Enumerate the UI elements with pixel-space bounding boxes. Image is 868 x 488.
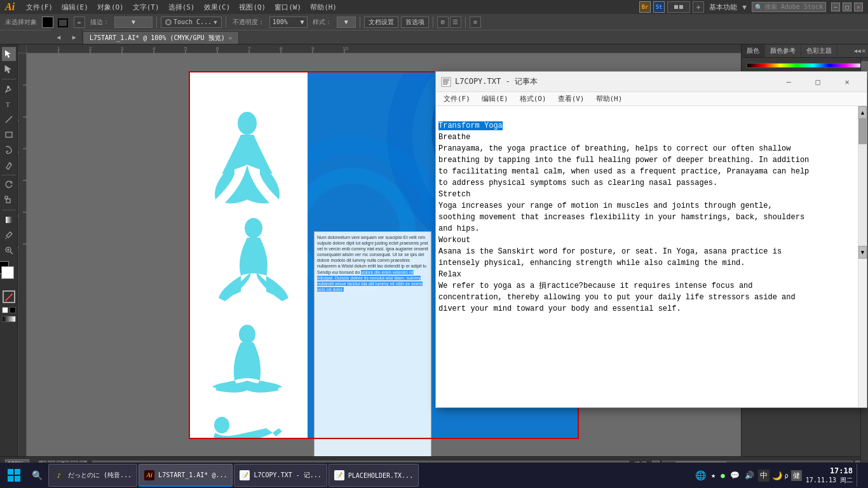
notepad-scroll-thumb[interactable]	[858, 119, 867, 144]
minimize-button[interactable]: —	[831, 3, 840, 11]
opacity-value[interactable]: 100% ▼	[269, 17, 308, 28]
menu-help[interactable]: 帮助(H)	[306, 1, 341, 13]
stock-icon[interactable]: St	[653, 1, 665, 13]
notepad-menu-format[interactable]: 格式(O)	[515, 93, 552, 105]
network-icon[interactable]: ●	[721, 471, 725, 480]
more-options-btn[interactable]: ≡	[470, 17, 481, 28]
gradient-tool[interactable]	[2, 213, 16, 227]
star-icon[interactable]: ★	[711, 471, 715, 480]
white-swatch[interactable]	[2, 307, 8, 313]
start-button[interactable]	[3, 464, 25, 487]
menu-file[interactable]: 文件(F)	[22, 1, 57, 13]
panel-tab-theme[interactable]: 色彩主题	[801, 44, 837, 57]
notepad-menu-help[interactable]: 帮助(H)	[591, 93, 628, 105]
taskbar-app-music[interactable]: ♪ だっとのに (纯音...	[48, 464, 137, 487]
fill-color-swatch[interactable]	[42, 17, 53, 28]
menu-edit[interactable]: 编辑(E)	[58, 1, 92, 13]
list-view-btn[interactable]: ☰	[450, 17, 461, 28]
tab-arrow-right[interactable]: ▶	[72, 34, 76, 41]
zoom-tool[interactable]	[2, 243, 16, 257]
doc-settings-button[interactable]: 文档设置	[364, 17, 398, 28]
stroke-swatch[interactable]	[56, 17, 71, 28]
svg-rect-55	[443, 79, 449, 79]
black-swatch[interactable]	[10, 307, 16, 313]
svg-rect-58	[443, 83, 449, 83]
menu-view[interactable]: 视图(Q)	[235, 1, 269, 13]
maximize-button[interactable]: □	[843, 3, 851, 11]
clock-area[interactable]: 17:18 17.11.13 周二	[806, 466, 853, 485]
adobe-stock-search[interactable]: 搜索 Adobe Stock	[764, 3, 823, 11]
tab-close-button[interactable]: ×	[229, 35, 232, 41]
notepad-scrollbar[interactable]: ▲ ▼	[858, 106, 867, 407]
panel-menu[interactable]: ≡	[862, 48, 865, 54]
brush-tool[interactable]: ✏	[74, 17, 85, 28]
type-tool[interactable]: T	[2, 97, 16, 111]
color-spectrum-bar[interactable]	[747, 63, 863, 68]
taskbar-app-notepad[interactable]: 📝 L7COPY.TXT - 记...	[234, 464, 327, 487]
grid-view-btn[interactable]: ⊞	[437, 17, 449, 28]
none-swatch[interactable]	[3, 290, 15, 303]
ime-chinese[interactable]: 中	[758, 470, 770, 482]
document-tab[interactable]: L7START_1.AI* @ 100% (CMYK/GPU 预览) ×	[83, 31, 239, 44]
direct-selection-tool[interactable]	[2, 62, 16, 76]
notepad-close-btn[interactable]: ✕	[832, 72, 862, 92]
notepad-menu-view[interactable]: 查看(V)	[553, 93, 590, 105]
vertical-ruler: 4 5 6 7 8 9	[18, 53, 27, 456]
layout-switcher[interactable]	[667, 1, 690, 13]
menu-effect[interactable]: 效果(C)	[200, 1, 234, 13]
touch-btn[interactable]: Touch C... ▼	[161, 17, 222, 28]
properties-toolbar: 未选择对象 ✏ 描边： ▼ Touch C... ▼ 不透明度： 100% ▼ …	[0, 14, 868, 30]
svg-rect-6	[6, 132, 12, 137]
close-button[interactable]: ✕	[854, 3, 863, 11]
ie-icon[interactable]: 🌐	[695, 470, 706, 480]
line-tool[interactable]	[2, 112, 16, 126]
ime-moon[interactable]: 🌙	[772, 471, 782, 480]
menu-text[interactable]: 文字(T)	[129, 1, 163, 13]
menu-window[interactable]: 窗口(W)	[271, 1, 305, 13]
stroke-select[interactable]: ▼	[114, 17, 153, 28]
volume-icon[interactable]: 🔊	[745, 471, 754, 480]
panel-tab-color[interactable]: 颜色	[742, 44, 765, 57]
notepad-minimize-btn[interactable]: —	[774, 72, 803, 92]
qq-icon[interactable]: 💬	[730, 471, 740, 480]
show-desktop-btn[interactable]	[857, 464, 860, 487]
pencil-tool[interactable]	[2, 158, 16, 172]
panel-scroll-left[interactable]: ◀◀	[854, 48, 861, 54]
menu-object[interactable]: 对象(O)	[93, 1, 128, 13]
placeholder-icon: 📝	[334, 470, 344, 480]
send-icon[interactable]: ✈	[693, 1, 704, 13]
notepad-scroll-down[interactable]: ▼	[858, 246, 867, 259]
notepad-menu-edit[interactable]: 编辑(E)	[477, 93, 513, 105]
taskbar-search-btn[interactable]: 🔍	[27, 464, 47, 487]
workspace-label[interactable]: 基本功能	[709, 3, 737, 12]
selected-text: Transform Yoga	[438, 121, 503, 130]
style-select[interactable]: ▼	[337, 17, 356, 28]
panel-tab-colorguide[interactable]: 颜色参考	[765, 44, 801, 57]
top-right-controls: 基本功能 ▼ 🔍 搜索 Adobe Stock — □ ✕	[709, 2, 863, 12]
eyedropper-tool[interactable]	[2, 228, 16, 242]
selection-tool[interactable]	[2, 47, 16, 61]
pen-tool[interactable]	[2, 82, 16, 96]
svg-text:6: 6	[18, 151, 20, 154]
notepad-menu-file[interactable]: 文件(F)	[438, 93, 475, 105]
rotate-tool[interactable]	[2, 178, 16, 192]
bridge-icon[interactable]: Br	[639, 1, 651, 13]
rect-tool[interactable]	[2, 128, 16, 142]
menu-select[interactable]: 选择(S)	[165, 1, 199, 13]
paintbrush-tool[interactable]	[2, 143, 16, 157]
scale-tool[interactable]	[2, 193, 16, 207]
ime-health[interactable]: 健	[791, 470, 802, 481]
text-box-overlay[interactable]: Num doloreeturn veni sequam ver suscipis…	[314, 231, 431, 456]
preferences-button[interactable]: 首选项	[401, 17, 429, 28]
notepad-window-controls: — □ ✕	[774, 72, 862, 92]
notepad-scroll-up[interactable]: ▲	[858, 106, 867, 119]
tab-arrow-left[interactable]: ◀	[57, 34, 60, 41]
taskbar-app-illustrator[interactable]: Ai L7START_1.AI* @...	[139, 464, 233, 487]
gradient-swatch[interactable]	[2, 316, 16, 322]
taskbar-app-placeholder[interactable]: 📝 PLACEHOLDER.TX...	[329, 464, 419, 487]
notepad-maximize-btn[interactable]: □	[803, 72, 832, 92]
ime-settings[interactable]: ρ	[785, 472, 789, 479]
notepad-text-area[interactable]: Transform Yoga Breathe Pranayama, the yo…	[436, 106, 858, 407]
background-color[interactable]	[1, 266, 14, 279]
text-box-content: Num doloreeturn veni sequam ver suscipis…	[317, 234, 428, 292]
